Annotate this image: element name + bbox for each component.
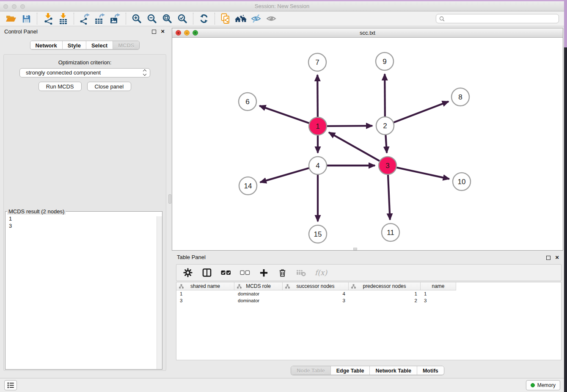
- graph-node-label: 3: [385, 162, 389, 170]
- column-tree-icon: [351, 284, 356, 290]
- import-network-icon[interactable]: [40, 12, 55, 25]
- graph-node-label: 7: [315, 58, 319, 66]
- table-browser-tabs: Node TableEdge TableNetwork TableMotifs: [291, 366, 444, 375]
- export-network-icon[interactable]: [77, 12, 92, 25]
- column-header-name[interactable]: name: [421, 282, 456, 290]
- show-hidden-eye-icon[interactable]: [264, 12, 279, 25]
- close-panel-icon[interactable]: ×: [161, 28, 165, 35]
- delete-table-icon: [296, 268, 306, 277]
- function-builder-icon: f(x): [315, 268, 327, 277]
- network-canvas[interactable]: 1234678910111415: [172, 38, 563, 250]
- table-row[interactable]: 3dominator323: [176, 297, 561, 304]
- table-cell: dominator: [234, 291, 283, 296]
- export-image-icon[interactable]: [107, 12, 123, 25]
- search-input[interactable]: [447, 15, 556, 22]
- tab-style[interactable]: Style: [62, 41, 86, 49]
- mcds-result-item: 3: [9, 222, 162, 229]
- run-mcds-button[interactable]: Run MCDS: [39, 82, 82, 91]
- graph-edge-3-10[interactable]: [396, 167, 449, 179]
- graph-edge-3-11[interactable]: [388, 174, 390, 220]
- zoom-selected-icon[interactable]: [175, 12, 190, 25]
- graph-edge-1-2[interactable]: [326, 126, 372, 126]
- table-panel: Table Panel × f(x): [172, 252, 563, 366]
- column-header-mcds-role[interactable]: MCDS role: [234, 282, 283, 290]
- save-session-icon[interactable]: [19, 12, 34, 25]
- network-minimize-icon[interactable]: −: [184, 30, 190, 36]
- graph-svg[interactable]: 1234678910111415: [172, 38, 563, 250]
- graph-edge-4-14[interactable]: [260, 168, 310, 182]
- toolbar-separator: [193, 13, 193, 25]
- network-close-icon[interactable]: ×: [176, 30, 181, 36]
- delete-columns-trash-icon[interactable]: [278, 268, 287, 278]
- float-table-panel-icon[interactable]: [546, 256, 550, 260]
- tab-node-table[interactable]: Node Table: [291, 366, 330, 375]
- app-window: Session: New Session: [0, 0, 564, 392]
- zoom-in-icon[interactable]: [129, 12, 144, 25]
- close-table-panel-icon[interactable]: ×: [555, 254, 559, 261]
- table-toolbar: f(x): [176, 264, 561, 281]
- column-header-label: MCDS role: [246, 283, 271, 289]
- graph-edge-1-7[interactable]: [317, 75, 318, 118]
- deselect-all-columns-icon[interactable]: [240, 268, 250, 278]
- table-header-row: shared nameMCDS rolesuccessor nodesprede…: [176, 282, 561, 290]
- import-table-icon[interactable]: [55, 12, 71, 25]
- graph-edge-2-8[interactable]: [393, 102, 449, 123]
- select-all-columns-icon[interactable]: [221, 268, 231, 278]
- close-panel-button[interactable]: Close panel: [87, 82, 132, 91]
- tab-mcds[interactable]: MCDS: [113, 41, 139, 49]
- panel-splitter-handle[interactable]: [168, 194, 171, 204]
- tab-select[interactable]: Select: [86, 41, 113, 49]
- graph-node-label: 15: [314, 230, 322, 238]
- toolbar-separator: [215, 13, 215, 25]
- optimization-criterion-dropdown[interactable]: strongly connected component: [19, 68, 150, 77]
- result-scrollbar[interactable]: [157, 216, 162, 369]
- zoom-fit-icon[interactable]: [160, 12, 175, 25]
- column-tree-icon: [179, 284, 184, 290]
- table-cell: 3: [421, 298, 456, 303]
- export-table-icon[interactable]: [92, 12, 107, 25]
- hide-selected-eye-slash-icon[interactable]: [248, 12, 264, 25]
- column-header-label: successor nodes: [296, 283, 334, 289]
- mcds-result-title: MCDS result (2 nodes): [7, 208, 66, 215]
- node-table: shared nameMCDS rolesuccessor nodesprede…: [176, 282, 561, 360]
- graph-edge-2-9[interactable]: [385, 74, 385, 118]
- network-maximize-icon[interactable]: +: [193, 30, 198, 36]
- column-header-predecessor-nodes[interactable]: predecessor nodes: [349, 282, 421, 290]
- column-tree-icon: [237, 284, 242, 290]
- graph-node-label: 11: [387, 229, 394, 237]
- show-all-home-icon[interactable]: [233, 12, 248, 25]
- task-history-button[interactable]: [4, 380, 17, 390]
- toolbar-separator: [126, 13, 126, 25]
- column-header-label: predecessor nodes: [363, 283, 406, 289]
- table-body: 1dominator4113dominator323: [176, 290, 561, 304]
- tab-network[interactable]: Network: [30, 41, 62, 49]
- create-new-column-icon[interactable]: [259, 268, 269, 278]
- tab-motifs[interactable]: Motifs: [417, 366, 444, 375]
- table-cell: 3: [283, 298, 349, 303]
- float-panel-icon[interactable]: [152, 30, 156, 34]
- open-session-icon[interactable]: [3, 12, 19, 25]
- column-header-shared-name[interactable]: shared name: [176, 282, 234, 290]
- canvas-splitter-handle[interactable]: [353, 248, 357, 250]
- tab-network-table[interactable]: Network Table: [369, 366, 417, 375]
- background-window-edge: [564, 0, 567, 47]
- column-header-successor-nodes[interactable]: successor nodes: [283, 282, 349, 290]
- search-field[interactable]: [436, 14, 559, 23]
- control-panel: Control Panel × NetworkStyleSelectMCDS O…: [0, 26, 170, 373]
- memory-button[interactable]: Memory: [526, 380, 560, 390]
- table-cell: 1: [176, 291, 234, 296]
- graph-node-label: 8: [458, 93, 462, 101]
- attribute-settings-gear-icon[interactable]: [183, 268, 193, 278]
- new-network-icon[interactable]: [218, 12, 233, 25]
- memory-status-dot-icon: [531, 383, 535, 387]
- graph-node-label: 2: [383, 122, 387, 130]
- graph-edge-1-6[interactable]: [259, 106, 310, 124]
- graph-edge-2-3[interactable]: [385, 134, 387, 153]
- zoom-out-icon[interactable]: [144, 12, 160, 25]
- tab-edge-table[interactable]: Edge Table: [330, 366, 370, 375]
- main-toolbar: [0, 11, 564, 26]
- graph-edge-3-1[interactable]: [329, 133, 380, 162]
- apply-layout-icon[interactable]: [196, 12, 212, 25]
- table-row[interactable]: 1dominator411: [176, 290, 561, 297]
- show-column-panel-icon[interactable]: [202, 268, 212, 278]
